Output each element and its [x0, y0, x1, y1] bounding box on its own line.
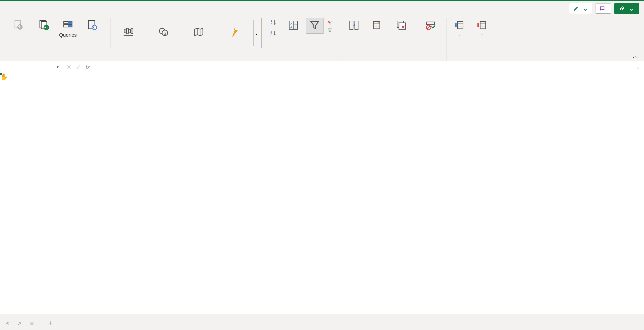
- custom-sort-button[interactable]: ZAAZ: [283, 18, 304, 33]
- chevron-down-icon: ▾: [57, 65, 59, 69]
- accept-formula-button[interactable]: ✓: [76, 64, 81, 71]
- sort-desc-icon: ZA: [270, 30, 277, 37]
- formula-input[interactable]: [94, 64, 632, 70]
- group-icon: [453, 19, 465, 31]
- share-button[interactable]: ⌄: [614, 3, 639, 14]
- clear-icon: [327, 20, 333, 26]
- sheet-nav-next-button[interactable]: >: [16, 319, 24, 328]
- filter-icon: [309, 19, 321, 31]
- svg-rect-48: [455, 23, 456, 27]
- automatic-type-button[interactable]: [218, 26, 251, 40]
- top-right-buttons: ⌄ ⌄: [569, 3, 639, 14]
- group-button[interactable]: ⌄: [450, 18, 469, 37]
- ungroup-icon: [476, 19, 488, 31]
- sort-ascending-button[interactable]: AZ: [268, 18, 280, 27]
- editing-mode-button[interactable]: ⌄: [569, 3, 592, 14]
- svg-text:A: A: [270, 33, 272, 36]
- chevron-down-icon: ⌄: [458, 32, 461, 36]
- clear-reapply-stack: [326, 18, 336, 34]
- comments-button[interactable]: [595, 4, 611, 14]
- ribbon-group-queries: Queries: [3, 18, 107, 61]
- custom-sort-icon: ZAAZ: [287, 19, 299, 31]
- queries-icon: [62, 19, 74, 31]
- svg-point-10: [92, 25, 97, 30]
- cancel-formula-button[interactable]: ✕: [66, 64, 71, 71]
- svg-text:Z: Z: [294, 25, 296, 29]
- svg-rect-14: [131, 29, 133, 33]
- remove-duplicates-button[interactable]: [387, 18, 415, 33]
- svg-rect-33: [350, 21, 353, 29]
- ribbon-group-sort-filter: AZ ZA ZAAZ: [265, 18, 339, 61]
- text-to-columns-button[interactable]: [342, 18, 366, 33]
- geography-type-button[interactable]: [183, 26, 216, 40]
- queries-label: Queries: [59, 32, 77, 38]
- svg-text:A: A: [290, 25, 293, 29]
- currencies-icon: $: [158, 26, 170, 38]
- chevron-down-icon: ⌄: [583, 5, 588, 12]
- chevron-down-icon: ⌄: [629, 5, 634, 12]
- name-box[interactable]: ▾: [0, 65, 62, 69]
- menu-tabs-bar: ⌄ ⌄: [0, 1, 644, 16]
- currencies-type-button[interactable]: $: [148, 26, 180, 40]
- formula-controls: ✕ ✓ fx: [62, 64, 94, 71]
- svg-rect-49: [480, 21, 486, 29]
- svg-rect-42: [426, 22, 434, 25]
- svg-rect-7: [68, 21, 72, 24]
- refresh-all-icon: [38, 19, 50, 31]
- data-validation-icon: [424, 19, 436, 31]
- remove-duplicates-icon: [395, 19, 407, 31]
- svg-rect-8: [68, 25, 72, 27]
- expand-formula-bar-button[interactable]: ⌄: [632, 64, 644, 70]
- ribbon-group-data-types: $ ⌄: [107, 18, 265, 61]
- stocks-type-button[interactable]: [112, 26, 145, 40]
- queries-connections-button[interactable]: Queries: [58, 18, 78, 39]
- formula-bar: ▾ ✕ ✓ fx ⌄: [0, 61, 644, 73]
- sort-descending-button[interactable]: ZA: [268, 29, 280, 38]
- svg-rect-45: [457, 21, 463, 29]
- flash-fill-icon: [371, 19, 383, 31]
- svg-rect-52: [477, 23, 479, 27]
- reapply-icon: [327, 28, 333, 33]
- share-icon: [619, 6, 625, 11]
- comment-icon: [599, 6, 605, 11]
- spreadsheet-grid-area: ✋: [0, 73, 644, 314]
- ribbon-group-outline: ⌄ ⌄: [447, 18, 496, 61]
- collapse-ribbon-button[interactable]: ︿: [630, 51, 641, 61]
- geography-icon: [193, 26, 205, 38]
- reapply-filter-button: [326, 27, 336, 34]
- cell-selection-outline: [0, 73, 2, 74]
- selection-fill-handle[interactable]: [0, 73, 2, 75]
- automatic-icon: [228, 26, 240, 38]
- svg-text:$: $: [164, 31, 166, 35]
- svg-rect-11: [124, 29, 126, 33]
- sort-asc-icon: AZ: [270, 19, 277, 26]
- chevron-down-icon: ⌄: [480, 32, 484, 36]
- add-sheet-button[interactable]: +: [45, 318, 56, 328]
- refresh-all-button[interactable]: [32, 18, 56, 33]
- stocks-icon: [123, 26, 135, 38]
- data-types-gallery: $ ⌄: [110, 18, 262, 48]
- all-sheets-button[interactable]: ≡: [28, 319, 36, 328]
- pencil-icon: [573, 6, 579, 11]
- filter-button[interactable]: [306, 18, 324, 34]
- workbook-links-icon: [86, 19, 98, 31]
- ribbon: Queries $: [0, 16, 644, 61]
- data-validation-button[interactable]: [417, 18, 444, 33]
- text-to-columns-icon: [348, 19, 360, 31]
- svg-rect-12: [127, 28, 128, 34]
- ribbon-group-data-tools: [339, 18, 447, 61]
- refresh-selected-button: [6, 18, 30, 33]
- refresh-selected-icon: [12, 19, 24, 31]
- sheet-tab-bar: < > ≡ +: [0, 316, 644, 330]
- data-types-more-button[interactable]: ⌄: [253, 20, 259, 46]
- svg-text:Z: Z: [270, 22, 272, 25]
- sheet-nav-prev-button[interactable]: <: [4, 319, 12, 328]
- sort-asc-desc-stack: AZ ZA: [268, 18, 280, 38]
- ungroup-button[interactable]: ⌄: [471, 18, 493, 37]
- mouse-cursor-icon: ✋: [0, 73, 8, 81]
- fx-icon[interactable]: fx: [86, 64, 90, 70]
- clear-filter-button: [326, 20, 336, 26]
- workbook-links-button[interactable]: [80, 18, 104, 33]
- flash-fill-button[interactable]: [368, 18, 385, 33]
- svg-rect-13: [129, 30, 131, 33]
